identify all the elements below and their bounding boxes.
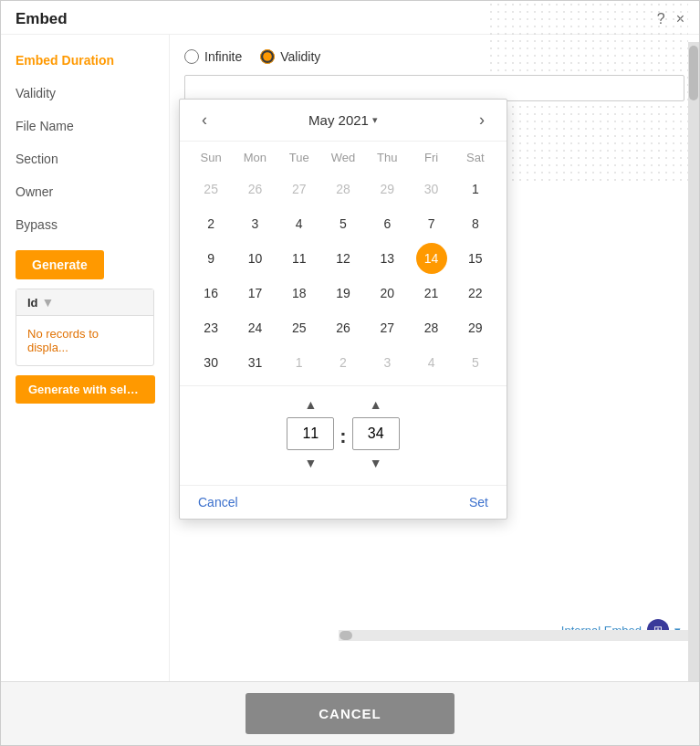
- cal-day[interactable]: 28: [328, 173, 359, 205]
- cal-day[interactable]: 27: [284, 173, 315, 205]
- calendar-header: ‹ May 2021 ▾ ›: [180, 100, 507, 142]
- radio-group: Infinite Validity: [184, 49, 684, 64]
- cal-day[interactable]: 22: [460, 278, 491, 309]
- radio-infinite-input[interactable]: [184, 49, 199, 64]
- weekday-thu: Thu: [365, 147, 409, 168]
- hour-down-button[interactable]: ▼: [297, 454, 324, 472]
- calendar-grid: Sun Mon Tue Wed Thu Fri Sat 25 26 27 28: [180, 142, 507, 385]
- cal-day[interactable]: 26: [239, 173, 270, 205]
- cal-day[interactable]: 8: [460, 208, 491, 239]
- filter-icon: ▼: [42, 295, 55, 310]
- cal-day[interactable]: 27: [371, 312, 402, 343]
- cal-day[interactable]: 2: [328, 347, 359, 378]
- cal-day[interactable]: 29: [371, 173, 402, 205]
- cal-day[interactable]: 5: [460, 347, 491, 378]
- modal: Embed ? × Embed Duration Validity File N…: [0, 0, 700, 746]
- calendar-prev-button[interactable]: ‹: [194, 109, 214, 131]
- cal-day[interactable]: 30: [195, 347, 226, 378]
- time-colon: :: [334, 425, 351, 448]
- table-empty-message: No records to displa...: [16, 316, 153, 365]
- modal-body: Embed Duration Validity File Name Sectio…: [1, 35, 699, 691]
- weekday-sat: Sat: [454, 147, 497, 168]
- cal-day[interactable]: 20: [371, 278, 402, 309]
- main-content: Infinite Validity ‹ May 2021 ▾ ›: [170, 35, 699, 691]
- modal-footer: CANCEL: [1, 681, 699, 745]
- calendar-next-button[interactable]: ›: [472, 109, 492, 131]
- sidebar-item-validity[interactable]: Validity: [1, 77, 169, 110]
- weekday-wed: Wed: [321, 147, 365, 168]
- cal-day[interactable]: 25: [284, 312, 315, 343]
- cal-day[interactable]: 21: [416, 278, 447, 309]
- calendar-set-button[interactable]: Set: [469, 495, 488, 510]
- cal-day[interactable]: 7: [416, 208, 447, 239]
- sidebar-item-file-name[interactable]: File Name: [1, 110, 169, 142]
- cal-day[interactable]: 16: [195, 278, 226, 309]
- sidebar-item-owner[interactable]: Owner: [1, 175, 169, 208]
- cal-day[interactable]: 12: [328, 243, 359, 274]
- calendar-weekdays: Sun Mon Tue Wed Thu Fri Sat: [189, 147, 497, 168]
- calendar-footer: Cancel Set: [180, 485, 507, 519]
- cal-day[interactable]: 23: [195, 312, 226, 343]
- cal-day[interactable]: 2: [195, 208, 226, 239]
- modal-title: Embed: [16, 10, 68, 28]
- cal-day[interactable]: 1: [460, 173, 491, 205]
- cal-day[interactable]: 29: [460, 312, 491, 343]
- cal-day[interactable]: 24: [239, 312, 270, 343]
- calendar-month-dropdown-icon[interactable]: ▾: [372, 114, 378, 126]
- cal-day[interactable]: 25: [195, 173, 226, 205]
- minute-column: ▲ ▼: [352, 395, 400, 472]
- close-icon[interactable]: ×: [676, 11, 684, 27]
- radio-validity-option[interactable]: Validity: [260, 49, 320, 64]
- weekday-mon: Mon: [233, 147, 277, 168]
- cal-day[interactable]: 9: [195, 243, 226, 274]
- cal-day[interactable]: 30: [416, 173, 447, 205]
- minute-down-button[interactable]: ▼: [362, 454, 390, 472]
- sidebar-item-bypass[interactable]: Bypass: [1, 208, 169, 241]
- cal-day-selected[interactable]: 14: [416, 243, 447, 274]
- cancel-main-button[interactable]: CANCEL: [246, 693, 454, 734]
- cal-day[interactable]: 3: [239, 208, 270, 239]
- cal-day[interactable]: 19: [328, 278, 359, 309]
- cal-day[interactable]: 15: [460, 243, 491, 274]
- cal-day[interactable]: 5: [328, 208, 359, 239]
- table-column-id: Id: [27, 296, 38, 310]
- weekday-fri: Fri: [409, 147, 453, 168]
- cal-day[interactable]: 28: [416, 312, 447, 343]
- validity-input[interactable]: [184, 75, 684, 101]
- help-icon[interactable]: ?: [657, 11, 665, 27]
- cal-day[interactable]: 3: [371, 347, 402, 378]
- cal-day[interactable]: 4: [416, 347, 447, 378]
- table-area: Id ▼ No records to displa...: [16, 289, 154, 366]
- horizontal-scrollbar-thumb: [340, 631, 352, 640]
- calendar-popup: ‹ May 2021 ▾ › Sun Mon Tue Wed Thu: [179, 99, 507, 520]
- sidebar-item-embed-duration[interactable]: Embed Duration: [1, 44, 169, 77]
- generate-button[interactable]: Generate: [16, 250, 104, 279]
- radio-validity-input[interactable]: [260, 49, 275, 64]
- cal-day[interactable]: 31: [239, 347, 270, 378]
- horizontal-scrollbar[interactable]: [339, 630, 688, 641]
- table-header: Id ▼: [16, 289, 153, 316]
- cal-day[interactable]: 13: [371, 243, 402, 274]
- cal-day[interactable]: 10: [239, 243, 270, 274]
- weekday-sun: Sun: [189, 147, 233, 168]
- cal-day[interactable]: 1: [284, 347, 315, 378]
- minute-input[interactable]: [352, 417, 400, 450]
- cal-day[interactable]: 6: [371, 208, 402, 239]
- hour-input[interactable]: [287, 417, 334, 450]
- cal-day[interactable]: 11: [284, 243, 315, 274]
- cal-day[interactable]: 17: [239, 278, 270, 309]
- sidebar-item-section[interactable]: Section: [1, 142, 169, 175]
- cal-day[interactable]: 18: [284, 278, 315, 309]
- hour-up-button[interactable]: ▲: [297, 395, 324, 414]
- cal-day[interactable]: 4: [284, 208, 315, 239]
- calendar-days: 25 26 27 28 29 30 1 2 3 4 5 6 7: [189, 172, 497, 380]
- weekday-tue: Tue: [277, 147, 321, 168]
- radio-infinite-option[interactable]: Infinite: [184, 49, 242, 64]
- radio-validity-label: Validity: [280, 49, 320, 64]
- calendar-cancel-button[interactable]: Cancel: [198, 495, 238, 510]
- minute-up-button[interactable]: ▲: [362, 395, 390, 414]
- sidebar: Embed Duration Validity File Name Sectio…: [1, 35, 170, 691]
- hour-column: ▲ ▼: [287, 395, 334, 472]
- cal-day[interactable]: 26: [328, 312, 359, 343]
- generate-with-select-button[interactable]: Generate with select...: [16, 375, 155, 404]
